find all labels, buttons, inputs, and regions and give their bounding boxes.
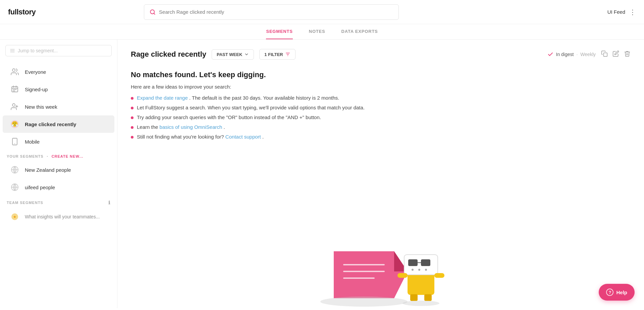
svg-point-5 — [12, 69, 15, 71]
digest-period: Weekly — [580, 52, 596, 57]
ideas-list: Expand the date range . The default is t… — [131, 95, 399, 140]
basics-pre-text: Learn the — [137, 124, 160, 130]
action-icons — [601, 50, 631, 59]
svg-point-36 — [412, 269, 414, 271]
jump-to-segment[interactable]: Jump to segment... — [5, 45, 112, 56]
expand-date-link[interactable]: Expand the date range — [137, 95, 188, 101]
tab-segments[interactable]: SEGMENTS — [266, 24, 292, 39]
sidebar-item-new-this-week[interactable]: New this week — [3, 98, 114, 115]
help-label: Help — [616, 290, 627, 295]
content-title: Rage clicked recently — [131, 50, 206, 59]
svg-rect-39 — [397, 273, 408, 278]
idea-basics: Learn the basics of using OmniSearch . — [131, 124, 399, 130]
sidebar-label-everyone: Everyone — [25, 69, 46, 75]
svg-rect-42 — [424, 294, 432, 301]
sidebar-item-uifeed-people[interactable]: uifeed people — [3, 178, 114, 196]
check-icon — [547, 51, 553, 57]
svg-text:😤: 😤 — [11, 121, 18, 127]
search-icon — [150, 9, 156, 15]
svg-point-12 — [12, 104, 15, 106]
team-segments-label: TEAM SEGMENTS ℹ — [0, 196, 117, 208]
more-options-icon[interactable]: ⋮ — [629, 8, 636, 16]
sidebar-label-new-this-week: New this week — [25, 104, 57, 110]
main-layout: Jump to segment... Everyone Signed-up — [0, 40, 644, 308]
topbar-right: UI Feed ⋮ — [607, 8, 636, 16]
date-filter-button[interactable]: PAST WEEK — [212, 49, 254, 60]
mobile-icon — [9, 136, 20, 147]
svg-point-30 — [320, 297, 408, 307]
team-insights-icon: ★ — [9, 211, 20, 222]
sidebar-item-mobile[interactable]: Mobile — [3, 133, 114, 150]
no-matches-title: No matches found. Let's keep digging. — [131, 70, 399, 79]
bullet-icon — [131, 107, 133, 109]
help-circle-icon: ? — [606, 289, 613, 296]
idea-suggest-search: Let FullStory suggest a search. When you… — [131, 105, 399, 110]
sidebar-item-rage-clicked[interactable]: 😤 Rage clicked recently — [3, 115, 114, 133]
basics-post-text: . — [224, 124, 225, 130]
svg-rect-33 — [408, 259, 418, 266]
contact-pre-text: Still not finding what you're looking fo… — [137, 134, 225, 140]
filter-count-button[interactable]: 1 FILTER — [259, 49, 295, 60]
rage-clicked-icon: 😤 — [9, 119, 20, 130]
delete-icon[interactable] — [624, 50, 631, 59]
chevron-down-icon — [244, 52, 249, 57]
basics-link[interactable]: basics of using OmniSearch — [160, 124, 222, 130]
no-matches-section: No matches found. Let's keep digging. He… — [131, 70, 399, 140]
nav-tabs: SEGMENTS NOTES DATA EXPORTS — [0, 24, 644, 40]
idea-contact: Still not finding what you're looking fo… — [131, 134, 399, 140]
signed-up-icon — [9, 84, 20, 95]
create-new-button[interactable]: CREATE NEW... — [52, 154, 84, 158]
new-this-week-icon — [9, 101, 20, 112]
search-input[interactable] — [159, 9, 393, 15]
svg-rect-26 — [604, 53, 607, 56]
sidebar-label-uifeed: uifeed people — [25, 185, 55, 190]
ideas-intro: Here are a few ideas to improve your sea… — [131, 84, 399, 90]
edit-icon[interactable] — [612, 50, 619, 59]
svg-rect-17 — [12, 138, 17, 145]
bullet-icon — [131, 116, 133, 119]
sidebar-label-new-zealand: New Zealand people — [25, 167, 71, 173]
content-header: Rage clicked recently PAST WEEK 1 FILTER… — [131, 49, 631, 60]
everyone-icon — [9, 66, 20, 77]
suggest-search-text: Let FullStory suggest a search. When you… — [137, 105, 365, 110]
new-zealand-icon — [9, 164, 20, 175]
digest-label: In digest — [556, 52, 574, 57]
sidebar-label-rage-clicked: Rage clicked recently — [25, 121, 76, 127]
search-bar[interactable] — [144, 4, 399, 20]
idea-or-button: Try adding your search queries with the … — [131, 114, 399, 120]
filter-icon — [285, 52, 290, 57]
sidebar-item-everyone[interactable]: Everyone — [3, 63, 114, 81]
sidebar-item-new-zealand[interactable]: New Zealand people — [3, 161, 114, 178]
svg-point-38 — [425, 269, 427, 271]
tab-data-exports[interactable]: DATA EXPORTS — [341, 24, 378, 39]
svg-line-1 — [154, 13, 155, 14]
team-segments-info-icon[interactable]: ℹ — [108, 200, 110, 205]
copy-icon[interactable] — [601, 50, 608, 59]
sidebar-label-signed-up: Signed-up — [25, 87, 48, 92]
sidebar-item-signed-up[interactable]: Signed-up — [3, 81, 114, 98]
uifeed-icon — [9, 182, 20, 193]
content-area: Rage clicked recently PAST WEEK 1 FILTER… — [117, 40, 644, 308]
tab-notes[interactable]: NOTES — [309, 24, 325, 39]
svg-point-43 — [402, 301, 439, 306]
sidebar-item-team-insights[interactable]: ★ What insights will your teammates... — [3, 208, 114, 225]
topbar: fullstory UI Feed ⋮ — [0, 0, 644, 24]
bullet-icon — [131, 136, 133, 139]
svg-rect-41 — [410, 294, 418, 301]
your-segments-label: YOUR SEGMENTS · CREATE NEW... — [0, 150, 117, 161]
bullet-icon — [131, 97, 133, 100]
digest-info: In digest · Weekly — [547, 51, 596, 57]
jump-icon — [10, 48, 15, 53]
svg-rect-34 — [421, 259, 430, 266]
bullet-icon — [131, 126, 133, 129]
help-button[interactable]: ? Help — [599, 284, 635, 301]
svg-rect-40 — [434, 273, 444, 278]
expand-date-text: . The default is the past 30 days. Your … — [189, 95, 339, 101]
illustration — [280, 241, 481, 308]
svg-text:★: ★ — [13, 215, 16, 219]
or-button-text: Try adding your search queries with the … — [137, 114, 321, 120]
contact-link[interactable]: Contact support — [225, 134, 261, 140]
jump-placeholder: Jump to segment... — [18, 48, 58, 53]
contact-post-text: . — [262, 134, 264, 140]
sidebar: Jump to segment... Everyone Signed-up — [0, 40, 117, 308]
